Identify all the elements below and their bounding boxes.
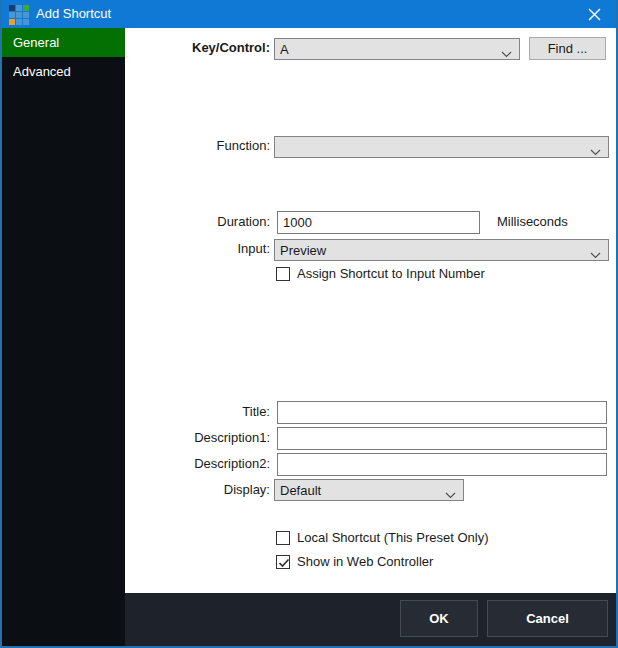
title-input[interactable] xyxy=(277,401,607,424)
title-label: Title: xyxy=(125,404,270,419)
tab-general[interactable]: General xyxy=(2,28,125,57)
description1-label: Description1: xyxy=(125,430,270,445)
web-controller-checkbox-row[interactable]: Show in Web Controller xyxy=(276,554,433,569)
key-control-dropdown[interactable]: A xyxy=(274,38,520,60)
local-shortcut-checkbox[interactable] xyxy=(276,531,290,545)
description1-input[interactable] xyxy=(277,427,607,450)
titlebar: Add Shortcut xyxy=(0,0,618,28)
tab-advanced[interactable]: Advanced xyxy=(2,57,125,86)
key-control-label: Key/Control: xyxy=(125,40,270,55)
duration-input[interactable] xyxy=(277,211,480,234)
checkmark-icon xyxy=(277,556,291,570)
input-label: Input: xyxy=(125,241,270,256)
chevron-down-icon xyxy=(445,487,456,502)
window-title: Add Shortcut xyxy=(36,0,111,28)
description2-label: Description2: xyxy=(125,456,270,471)
display-label: Display: xyxy=(125,482,270,497)
assign-shortcut-checkbox-row[interactable]: Assign Shortcut to Input Number xyxy=(276,266,485,281)
chevron-down-icon xyxy=(590,144,601,159)
find-button[interactable]: Find ... xyxy=(529,37,606,60)
function-dropdown[interactable] xyxy=(274,136,609,158)
local-shortcut-label: Local Shortcut (This Preset Only) xyxy=(297,530,488,545)
description2-input[interactable] xyxy=(277,453,607,476)
footer-bar: OK Cancel xyxy=(125,593,618,646)
general-panel: Key/Control: A Find ... Function: Durati… xyxy=(125,28,618,593)
add-shortcut-dialog: Add Shortcut General Advanced Key/Contro… xyxy=(0,0,618,648)
ok-button[interactable]: OK xyxy=(400,600,478,637)
input-value: Preview xyxy=(280,243,326,258)
duration-label: Duration: xyxy=(125,214,270,229)
display-value: Default xyxy=(280,483,321,498)
milliseconds-label: Milliseconds xyxy=(497,214,568,229)
local-shortcut-checkbox-row[interactable]: Local Shortcut (This Preset Only) xyxy=(276,530,488,545)
input-dropdown[interactable]: Preview xyxy=(274,239,609,261)
chevron-down-icon xyxy=(501,46,512,61)
sidebar: General Advanced xyxy=(2,28,125,646)
function-label: Function: xyxy=(125,138,270,153)
assign-shortcut-label: Assign Shortcut to Input Number xyxy=(297,266,485,281)
close-button[interactable] xyxy=(572,0,616,28)
cancel-button[interactable]: Cancel xyxy=(487,600,608,637)
display-dropdown[interactable]: Default xyxy=(274,479,464,501)
assign-shortcut-checkbox[interactable] xyxy=(276,267,290,281)
chevron-down-icon xyxy=(590,247,601,262)
web-controller-checkbox[interactable] xyxy=(276,555,290,569)
key-control-value: A xyxy=(280,42,289,57)
close-x-icon xyxy=(588,8,601,21)
app-icon xyxy=(9,5,29,25)
web-controller-label: Show in Web Controller xyxy=(297,554,433,569)
